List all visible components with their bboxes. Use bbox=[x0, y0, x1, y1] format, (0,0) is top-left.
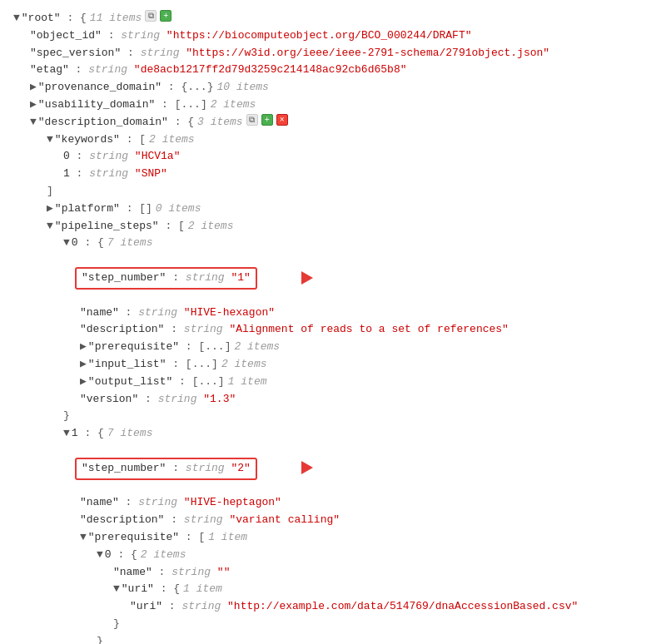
ps1-prereq0-uri-close: } bbox=[13, 616, 653, 633]
ps0-line: ▼ 0 : { 7 items bbox=[13, 235, 653, 252]
usability-domain-line: ▶ "usability_domain" : [...] 2 items bbox=[13, 97, 653, 114]
json-viewer: ▼ "root" : { 11 items ⧉ + "object_id" : … bbox=[13, 10, 653, 644]
platform-toggle[interactable]: ▶ bbox=[47, 201, 53, 218]
ps0-input-toggle[interactable]: ▶ bbox=[80, 356, 87, 374]
ps1-name-line: "name" : string "HIVE-heptagon" bbox=[13, 494, 653, 512]
ps1-step-number-line: "step_number" : string "2" bbox=[13, 443, 653, 494]
keywords-0-line: 0 : string "HCV1a" bbox=[13, 148, 653, 166]
ps0-output-toggle[interactable]: ▶ bbox=[80, 374, 87, 391]
ps0-step-number-highlighted: "step_number" : string "1" bbox=[75, 267, 257, 290]
ps0-input-line: ▶ "input_list" : [...] 2 items bbox=[13, 356, 653, 374]
provenance-domain-line: ▶ "provenance_domain" : {...} 10 items bbox=[13, 79, 653, 97]
description-toggle[interactable]: ▼ bbox=[30, 114, 37, 131]
ps0-name-line: "name" : string "HIVE-hexagon" bbox=[13, 305, 653, 322]
ps0-description-line: "description" : string "Alignment of rea… bbox=[13, 321, 653, 339]
desc-add-icon[interactable]: + bbox=[261, 114, 273, 126]
desc-copy-icon[interactable]: ⧉ bbox=[246, 114, 258, 126]
platform-line: ▶ "platform" : [] 0 items bbox=[13, 201, 653, 218]
ps0-step-number-line: "step_number" : string "1" bbox=[13, 252, 653, 304]
keywords-line: ▼ "keywords" : [ 2 items bbox=[13, 131, 653, 149]
ps1-prereq0-uri-line: ▼ "uri" : { 1 item bbox=[13, 581, 653, 598]
ps0-close: } bbox=[13, 408, 653, 425]
description-domain-line: ▼ "description_domain" : { 3 items ⧉ + × bbox=[13, 114, 653, 131]
ps1-step-number-highlighted: "step_number" : string "2" bbox=[75, 458, 257, 480]
desc-delete-icon[interactable]: × bbox=[276, 114, 288, 126]
ps0-prereq-line: ▶ "prerequisite" : [...] 2 items bbox=[13, 339, 653, 356]
pipeline-toggle[interactable]: ▼ bbox=[47, 218, 53, 235]
ps1-prereq-toggle[interactable]: ▼ bbox=[80, 529, 87, 547]
ps1-description-line: "description" : string "variant calling" bbox=[13, 512, 653, 529]
ps1-prereq0-line: ▼ 0 : { 2 items bbox=[13, 547, 653, 564]
keywords-close: ] bbox=[13, 183, 653, 201]
object-id-line: "object_id" : string "https://biocompute… bbox=[13, 27, 653, 45]
ps1-prereq0-close: } bbox=[13, 633, 653, 644]
ps0-version-line: "version" : string "1.3" bbox=[13, 391, 653, 409]
ps1-prereq-line: ▼ "prerequisite" : [ 1 item bbox=[13, 529, 653, 547]
keywords-toggle[interactable]: ▼ bbox=[47, 131, 53, 149]
ps0-toggle[interactable]: ▼ bbox=[63, 235, 70, 252]
add-icon[interactable]: + bbox=[160, 10, 171, 22]
ps1-prereq0-name-line: "name" : string "" bbox=[13, 564, 653, 582]
copy-icon[interactable]: ⧉ bbox=[145, 10, 157, 22]
ps1-arrow-indicator bbox=[257, 443, 313, 494]
root-line: ▼ "root" : { 11 items ⧉ + bbox=[13, 10, 653, 27]
spec-version-line: "spec_version" : string "https://w3id.or… bbox=[13, 45, 653, 62]
ps1-line: ▼ 1 : { 7 items bbox=[13, 425, 653, 443]
pipeline-steps-line: ▼ "pipeline_steps" : [ 2 items bbox=[13, 218, 653, 235]
keywords-1-line: 1 : string "SNP" bbox=[13, 166, 653, 183]
etag-line: "etag" : string "de8acb1217ff2d79d3259c2… bbox=[13, 62, 653, 79]
root-key: "root" bbox=[22, 10, 61, 27]
root-toggle[interactable]: ▼ bbox=[13, 10, 20, 27]
ps1-prereq0-uri-toggle[interactable]: ▼ bbox=[113, 581, 120, 598]
provenance-toggle[interactable]: ▶ bbox=[30, 79, 37, 97]
ps0-arrow-indicator bbox=[257, 252, 313, 304]
ps0-output-line: ▶ "output_list" : [...] 1 item bbox=[13, 374, 653, 391]
ps1-toggle[interactable]: ▼ bbox=[63, 425, 70, 443]
ps1-prereq0-toggle[interactable]: ▼ bbox=[97, 547, 103, 564]
ps1-prereq0-uri-val-line: "uri" : string "http://example.com/data/… bbox=[13, 598, 653, 616]
usability-toggle[interactable]: ▶ bbox=[30, 97, 37, 114]
ps0-prereq-toggle[interactable]: ▶ bbox=[80, 339, 87, 356]
